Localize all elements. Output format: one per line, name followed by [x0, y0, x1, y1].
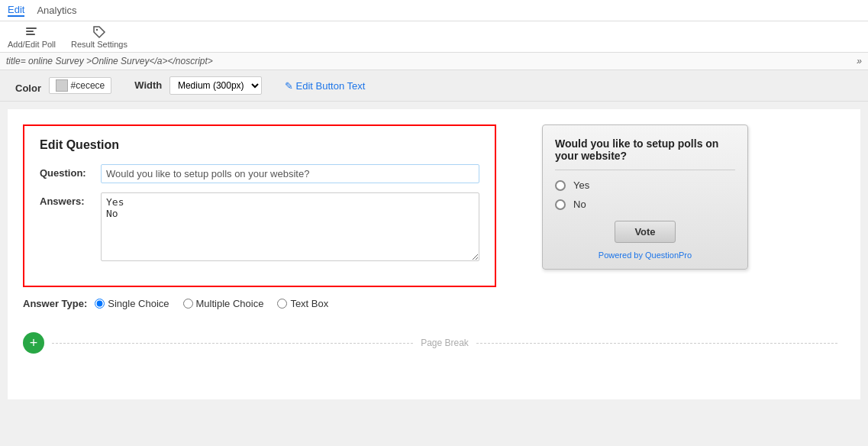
page-break-line [52, 343, 413, 344]
powered-by: Powered by QuestionPro [555, 250, 735, 260]
code-text: title= online Survey >Online Survey</a><… [6, 56, 213, 66]
settings-bar: Color #cecece Width Medium (300px) ✎ Edi… [0, 70, 868, 102]
page-break-line-right [476, 343, 837, 344]
answers-row: Answers: Yes No [40, 192, 479, 261]
question-input[interactable] [101, 164, 479, 183]
question-row: Question: [40, 164, 479, 183]
poll-question: Would you like to setup polls on your we… [555, 137, 735, 170]
page-break-row: + Page Break [23, 332, 845, 354]
toolbar: Add/Edit Poll Result Settings [0, 21, 868, 53]
color-setting: Color #cecece [15, 77, 111, 94]
text-box-option[interactable]: Text Box [277, 298, 328, 309]
text-box-radio[interactable] [277, 299, 287, 309]
add-edit-poll-button[interactable]: Add/Edit Poll [8, 24, 56, 49]
edit-question-title: Edit Question [40, 138, 479, 152]
poll-option-no-label: No [573, 199, 586, 210]
width-select[interactable]: Medium (300px) [169, 76, 262, 95]
poll-option-yes: Yes [555, 179, 735, 191]
color-box [56, 79, 68, 92]
question-label: Question: [40, 164, 101, 179]
color-swatch[interactable]: #cecece [49, 77, 112, 94]
svg-rect-1 [26, 31, 34, 32]
poll-radio-yes [555, 180, 566, 191]
svg-rect-2 [26, 34, 35, 35]
powered-by-text: Powered by QuestionPro [599, 250, 692, 260]
top-nav: Edit Analytics [0, 0, 868, 21]
color-value: #cecece [71, 80, 105, 91]
edit-icon: ✎ [285, 80, 293, 92]
single-choice-radio[interactable] [95, 299, 105, 309]
main-content: Edit Question Question: Answers: Yes No … [8, 109, 860, 399]
answer-type-row: Answer Type: Single Choice Multiple Choi… [23, 298, 845, 309]
code-bar: title= online Survey >Online Survey</a><… [0, 53, 868, 70]
edit-button-text-link[interactable]: ✎ Edit Button Text [285, 80, 365, 92]
poll-option-yes-label: Yes [573, 179, 589, 191]
edit-button-text-container: ✎ Edit Button Text [285, 80, 365, 92]
vote-button[interactable]: Vote [615, 221, 676, 243]
code-arrow: » [857, 56, 862, 66]
edit-question-box: Edit Question Question: Answers: Yes No [23, 124, 496, 287]
poll-radio-no [555, 199, 566, 210]
text-box-label: Text Box [290, 298, 328, 309]
nav-edit[interactable]: Edit [8, 4, 24, 17]
width-label: Width [134, 79, 162, 91]
color-label: Color [15, 82, 41, 94]
answer-type-label: Answer Type: [23, 298, 87, 309]
add-button[interactable]: + [23, 332, 44, 354]
result-settings-button[interactable]: Result Settings [71, 24, 127, 49]
answers-label: Answers: [40, 192, 101, 207]
page-break-label: Page Break [421, 338, 469, 348]
poll-preview: Would you like to setup polls on your we… [542, 124, 748, 270]
answers-textarea[interactable]: Yes No [101, 192, 479, 261]
edit-button-text-label: Edit Button Text [296, 80, 366, 92]
tag-icon [92, 24, 107, 40]
multiple-choice-label: Multiple Choice [196, 298, 264, 309]
poll-option-no: No [555, 199, 735, 210]
single-choice-option[interactable]: Single Choice [95, 298, 169, 309]
width-setting: Width Medium (300px) [134, 76, 262, 95]
multiple-choice-radio[interactable] [183, 299, 193, 309]
svg-point-3 [96, 29, 98, 31]
nav-analytics[interactable]: Analytics [37, 5, 76, 16]
list-icon [24, 24, 39, 40]
multiple-choice-option[interactable]: Multiple Choice [183, 298, 264, 309]
svg-rect-0 [26, 27, 37, 29]
single-choice-label: Single Choice [108, 298, 169, 309]
